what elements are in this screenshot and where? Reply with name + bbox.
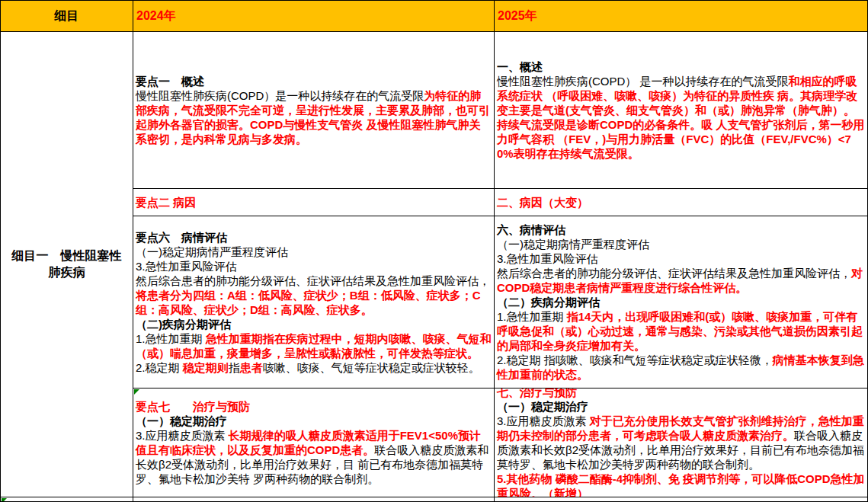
header-cell-2025[interactable]: 2025年 — [495, 1, 868, 32]
cell-2024-etiology[interactable]: 要点二 病因 — [133, 189, 495, 216]
text-run: 慢性阻塞性肺疾病(COPD）是一种以持续存在的气流受限 — [136, 89, 424, 102]
cell-2024-assessment[interactable]: 要点六 病情评估（一)稳定期病情严重程度评估3.急性加重风险评估然后综合患者的肺… — [133, 216, 495, 388]
paragraph: （一)稳定期病情严重程度评估 — [136, 245, 492, 259]
text-run: 稳定期则 — [183, 361, 229, 374]
text-run: 六、病情评估 — [497, 223, 565, 236]
paragraph: 一、概述 — [497, 59, 865, 74]
header-label-2025: 2025年 — [498, 8, 537, 24]
text-run: 3.急性加重风险评估 — [497, 252, 598, 265]
cell-2024-treatment[interactable]: 要点七 治疗与预防（一）稳定期治疗3.应用糖皮质激素 长期规律的吸人糖皮质激素适… — [133, 388, 495, 497]
paragraph: （一)稳定期病情严重程度评估 — [497, 237, 865, 251]
text-run: 患者 — [240, 361, 263, 374]
cell-2025-overview[interactable]: 一、概述慢性阻塞性肺疾病(COPD） 是一种以持续存在的气流受限和相应的呼吸系统… — [495, 32, 868, 189]
text-run: 2.稳定期 — [136, 361, 183, 374]
header-label-ximu: 细目 — [55, 8, 79, 24]
row-label-copd[interactable]: 细目一 慢性阻塞性肺疾病 — [1, 32, 133, 497]
text-run: （一)稳定期病情严重程度评估 — [497, 238, 649, 251]
text-run: 5.其他药物 磷酸二酯酶-4抑制剂、免 疫调节剂等，可以降低COPD急性加重风险… — [497, 472, 865, 497]
cell-flag-triangle-icon — [134, 389, 139, 395]
header-cell-ximu[interactable]: 细目 — [1, 1, 133, 32]
paragraph: 2.稳定期 指咳嗽、咳痰和气短等症状稳定或症状轻微，病情基本恢复到急性加重前的状… — [497, 353, 865, 382]
text-run: （一）稳定期治疗 — [136, 414, 227, 427]
row-label-text: 细目一 慢性阻塞性肺疾病 — [10, 248, 123, 281]
text-run: （一)稳定期病情严重程度评估 — [136, 245, 288, 258]
text-run: 慢性阻塞性肺疾病(COPD） 是一种以持续存在的气流受限 — [497, 75, 789, 88]
text-run: 咳嗽、咳痰、气短等症状稳定或症状较轻。 — [263, 361, 480, 374]
text-run: 要点一 概述 — [136, 75, 204, 88]
paragraph: （二）疾病分期评估 — [497, 295, 865, 309]
text-run: 3.应用糖皮质激素 — [497, 414, 590, 427]
paragraph: 3.应用糖皮质激素 对于已充分使用长效支气管扩张剂维持治疗，急性加重期仍未控制的… — [497, 414, 865, 472]
paragraph: 二、病因（大变） — [497, 195, 865, 209]
text-run: 要点六 病情评估 — [136, 231, 227, 244]
paragraph: （一）稳定期治疗 — [497, 399, 865, 414]
paragraph: 然后综合患者的肺功能分级评估、症状评估结果及急性加重风险评估，对COPD稳定期患… — [497, 266, 865, 295]
paragraph: （二)疾病分期评估 — [136, 317, 492, 331]
paragraph: 慢性阻塞性肺疾病(COPD） 是一种以持续存在的气流受限和相应的呼吸系统症状 （… — [497, 74, 865, 161]
text-run: 将患者分为四组：A组：低风险、症状少；B组：低风险、症状多；C组：高风险、症状少… — [136, 289, 481, 316]
header-label-2024: 2024年 — [136, 8, 176, 24]
text-run: 3.应用糖皮质激素 — [136, 429, 229, 442]
paragraph: 七、治疗与预防 — [497, 388, 865, 399]
paragraph: 3.急性加重风险评估 — [136, 259, 492, 273]
text-run: 二、病因（大变） — [497, 196, 588, 209]
cell-flag-triangle-icon — [2, 498, 7, 502]
text-run: 1.急性加重期 — [497, 310, 567, 323]
text-run: 指 — [229, 361, 240, 374]
cell-2025-etiology[interactable]: 二、病因（大变） — [495, 189, 868, 216]
text-run: 然后综合患者的肺功能分级评估、症状评估结果及急性加重风险评估， — [136, 274, 490, 287]
paragraph: 3.急性加重风险评估 — [497, 251, 865, 266]
text-run: （一）稳定期治疗 — [497, 400, 588, 413]
next-row-2024-cell[interactable] — [133, 497, 495, 502]
paragraph: 1.急性加重期 急性加重期指在疾病过程中，短期内咳嗽、咳痰、气短和（或）喘息加重… — [136, 331, 492, 360]
paragraph: 要点七 治疗与预防 — [136, 399, 492, 414]
paragraph: 3.应用糖皮质激素 长期规律的吸人糖皮质激素适用于FEV1<50%预计值且有临床… — [136, 428, 492, 486]
text-run: 要点二 病因 — [136, 196, 196, 209]
cell-2025-treatment[interactable]: 七、治疗与预防（一）稳定期治疗3.应用糖皮质激素 对于已充分使用长效支气管扩张剂… — [495, 388, 868, 497]
paragraph: 2.稳定期 稳定期则指患者咳嗽、咳痰、气短等症状稳定或症状较轻。 — [136, 360, 492, 375]
text-run: 一、概述 — [497, 60, 543, 73]
paragraph: （一）稳定期治疗 — [136, 414, 492, 428]
paragraph: 要点一 概述 — [136, 74, 492, 88]
paragraph: 要点六 病情评估 — [136, 230, 492, 245]
text-run: 七、治疗与预防 — [497, 388, 577, 398]
text-run: 1.急性加重期 — [136, 332, 206, 345]
paragraph: 5.其他药物 磷酸二酯酶-4抑制剂、免 疫调节剂等，可以降低COPD急性加重风险… — [497, 472, 865, 497]
text-run: 3.急性加重风险评估 — [136, 260, 237, 273]
text-run: （二)疾病分期评估 — [136, 318, 231, 331]
paragraph: 慢性阻塞性肺疾病(COPD）是一种以持续存在的气流受限为特征的肺部疾病，气流受限… — [136, 88, 492, 146]
cell-2025-assessment[interactable]: 六、病情评估（一)稳定期病情严重程度评估3.急性加重风险评估然后综合患者的肺功能… — [495, 216, 868, 388]
text-run: 然后综合患者的肺功能分级评估、症状评估结果及急性加重风险评估， — [497, 267, 851, 280]
text-run: （二）疾病分期评估 — [497, 296, 600, 309]
comparison-table: 细目 2024年 2025年 细目一 慢性阻塞性肺疾病 要点一 概述慢性阻塞性肺… — [0, 0, 868, 502]
text-run: 要点七 治疗与预防 — [136, 400, 250, 413]
next-row-2025-cell[interactable] — [495, 497, 868, 502]
paragraph: 要点二 病因 — [136, 195, 492, 209]
paragraph: 然后综合患者的肺功能分级评估、症状评估结果及急性加重风险评估，将患者分为四组：A… — [136, 273, 492, 317]
paragraph: 六、病情评估 — [497, 222, 865, 237]
cell-2024-overview[interactable]: 要点一 概述慢性阻塞性肺疾病(COPD）是一种以持续存在的气流受限为特征的肺部疾… — [133, 32, 495, 189]
text-run: 2.稳定期 指咳嗽、咳痰和气短等症状稳定或症状轻微， — [497, 353, 773, 366]
header-cell-2024[interactable]: 2024年 — [133, 1, 495, 32]
paragraph: 1.急性加重期 指14天内，出现呼吸困难和(或）咳嗽、咳痰加重，可伴有呼吸急促和… — [497, 309, 865, 353]
next-row-label-cell[interactable] — [1, 497, 133, 502]
